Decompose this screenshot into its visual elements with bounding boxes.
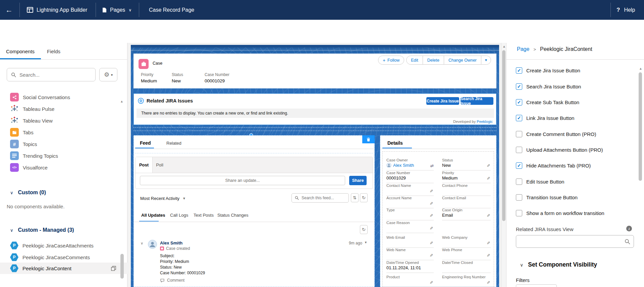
back-button[interactable]: ← [5, 0, 13, 20]
post-menu-button[interactable]: ▼ [364, 241, 367, 244]
sidebar-scroll-up-arrow[interactable]: ▲ [120, 100, 123, 103]
feed-component[interactable]: Feed Related Post Poll Share an update..… [133, 135, 375, 287]
checkbox-unchecked-icon[interactable] [516, 131, 522, 137]
change-owner-icon[interactable]: ⇄ [430, 163, 434, 168]
checkbox-checked-icon[interactable] [516, 99, 522, 105]
share-update-input[interactable]: Share an update... [140, 176, 345, 185]
feed-search-input[interactable] [301, 195, 345, 201]
related-jira-issues-component[interactable]: Related JIRA Issues Create Jira Issue Se… [133, 93, 496, 125]
component-item-jira-content[interactable]: P Peeklogic JiraContent [0, 263, 127, 274]
checkbox-search-jira-issue[interactable]: Search Jira Issue Button [516, 83, 581, 90]
checkbox-transition-issue[interactable]: Transition Issue Button [516, 194, 578, 201]
edit-pencil-icon[interactable] [430, 226, 433, 231]
component-search[interactable] [7, 68, 96, 81]
follow-button[interactable]: + Follow [378, 56, 404, 65]
feed-refresh-button[interactable]: ↻ [360, 193, 368, 202]
checkbox-upload-attachments[interactable]: Upload Attachments Button (PRO) [516, 146, 603, 153]
set-component-visibility-section[interactable]: ∨ Set Component Visibility [520, 261, 597, 268]
checkbox-edit-issue[interactable]: Edit Issue Button [516, 178, 564, 185]
comment-button[interactable]: Comment [160, 278, 184, 283]
tab-post[interactable]: Post [136, 157, 153, 173]
component-settings-button[interactable]: ⚙ ▾ [99, 68, 117, 81]
checkbox-workflow-transition-form[interactable]: Show a form on workflow transition [516, 209, 604, 217]
delete-button[interactable]: Delete [423, 56, 444, 65]
checkbox-create-jira-issue[interactable]: Create Jira Issue Button [516, 67, 580, 74]
pages-menu[interactable]: Pages ∨ [102, 0, 131, 20]
edit-pencil-icon[interactable] [430, 189, 433, 194]
component-item-tabs[interactable]: Tabs [0, 127, 119, 138]
edit-pencil-icon[interactable] [430, 213, 433, 218]
sidebar-scrollbar-thumb[interactable] [120, 254, 124, 279]
checkbox-create-sub-task[interactable]: Create Sub Task Button [516, 98, 579, 106]
component-item-tableau-pulse[interactable]: Tableau Pulse [0, 103, 119, 115]
canvas-scrollbar-thumb[interactable] [502, 50, 505, 221]
tab-feed[interactable]: Feed [140, 140, 151, 146]
add-filter-button-partial[interactable] [516, 284, 557, 287]
component-item-trending-topics[interactable]: Trending Topics [0, 150, 119, 161]
component-item-jira-case-attachments[interactable]: P Peeklogic JiraCaseAttachments [0, 240, 119, 251]
edit-pencil-icon[interactable] [430, 201, 433, 206]
component-item-visualforce[interactable]: </> Visualforce [0, 162, 119, 173]
panel-scroll-up-arrow[interactable]: ▲ [639, 67, 642, 70]
details-component[interactable]: Details Case Owner Alex Smith ⇄ Case Num… [380, 135, 496, 287]
create-jira-issue-button[interactable]: Create Jira Issue [426, 97, 459, 105]
related-jira-view-search[interactable] [516, 235, 634, 248]
checkbox-unchecked-icon[interactable] [516, 210, 522, 216]
edit-button[interactable]: Edit [406, 56, 423, 65]
checkbox-checked-icon[interactable] [516, 115, 522, 121]
edit-pencil-icon[interactable] [487, 280, 490, 285]
case-highlights-panel[interactable]: Case Priority Medium Status New Case Num… [133, 54, 496, 88]
canvas-scroll-up-arrow[interactable]: ▲ [502, 45, 506, 48]
tab-fields[interactable]: Fields [47, 43, 60, 60]
section-custom[interactable]: ∨ Custom (0) [0, 188, 119, 198]
edit-pencil-icon[interactable] [430, 280, 433, 285]
filter-text-posts[interactable]: Text Posts [194, 213, 214, 218]
component-item-jira-case-comments[interactable]: P Peeklogic JiraCaseComments [0, 252, 119, 263]
component-item-topics[interactable]: # Topics [0, 138, 119, 150]
case-owner-link[interactable]: Alex Smith [393, 163, 414, 168]
checkbox-checked-icon[interactable] [516, 162, 522, 169]
checkbox-checked-icon[interactable] [516, 83, 522, 90]
section-custom-managed[interactable]: ∨ Custom - Managed (3) [0, 225, 119, 235]
edit-pencil-icon[interactable] [487, 213, 490, 218]
credit-brand-link[interactable]: Peeklogic [477, 120, 493, 124]
edit-pencil-icon[interactable] [430, 253, 433, 258]
checkbox-link-jira-issue[interactable]: Link Jira Issue Button [516, 114, 574, 122]
help-button[interactable]: ? Help [616, 0, 635, 20]
component-item-tableau-view[interactable]: Tableau View [0, 115, 119, 126]
tab-poll[interactable]: Poll [152, 157, 167, 173]
more-actions-button[interactable]: ▼ [481, 56, 491, 65]
tab-details[interactable]: Details [387, 140, 403, 146]
refresh-feed-list-button[interactable]: ↻ [360, 225, 368, 234]
filter-call-logs[interactable]: Call Logs [170, 213, 188, 218]
panel-scrollbar-thumb[interactable] [639, 72, 642, 181]
checkbox-unchecked-icon[interactable] [516, 147, 522, 153]
component-item-social-conversations[interactable]: Social Conversations [0, 91, 119, 103]
checkbox-checked-icon[interactable] [516, 67, 522, 74]
edit-pencil-icon[interactable] [487, 176, 490, 181]
search-jira-issue-button[interactable]: Search Jira Issue [461, 97, 493, 105]
share-button[interactable]: Share [349, 176, 367, 185]
clone-component-icon[interactable] [111, 266, 116, 271]
search-input[interactable] [19, 72, 91, 78]
related-jira-view-input[interactable] [520, 238, 622, 244]
edit-pencil-icon[interactable] [487, 253, 490, 258]
checkbox-unchecked-icon[interactable] [516, 194, 522, 201]
filter-status-changes[interactable]: Status Changes [217, 213, 249, 218]
checkbox-unchecked-icon[interactable] [516, 178, 522, 185]
collapse-posts-button[interactable]: ⇅ [351, 193, 359, 202]
collapse-post-chevron[interactable]: ∨ [141, 241, 143, 245]
edit-pencil-icon[interactable] [487, 241, 490, 245]
info-icon[interactable]: i [626, 226, 632, 231]
breadcrumb-page-link[interactable]: Page [517, 46, 529, 52]
checkbox-create-comment[interactable]: Create Comment Button (PRO) [516, 130, 596, 138]
checkbox-hide-attachments-tab[interactable]: Hide Attachments Tab (PRO) [516, 162, 591, 169]
tab-components[interactable]: Components [6, 43, 35, 60]
edit-pencil-icon[interactable] [430, 241, 433, 245]
feed-sort-dropdown[interactable]: Most Recent Activity ▼ [140, 196, 186, 201]
filter-all-updates[interactable]: All Updates [141, 213, 165, 218]
delete-component-button[interactable] [362, 135, 375, 143]
feed-search[interactable] [291, 193, 349, 203]
edit-pencil-icon[interactable] [487, 163, 490, 168]
tab-related[interactable]: Related [166, 141, 181, 146]
